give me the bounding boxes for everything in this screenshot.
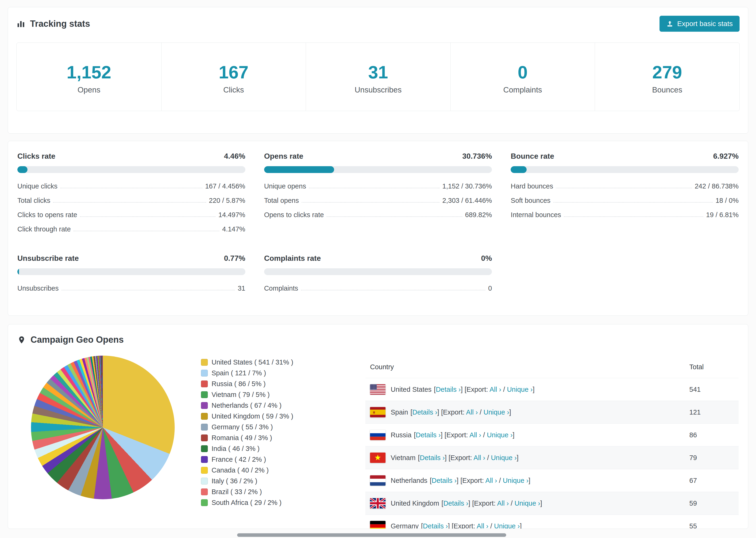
legend-item-south-africa: South Africa ( 29 / 2% ) xyxy=(201,499,351,507)
dotted-leader xyxy=(62,290,235,290)
details-link[interactable]: Details › xyxy=(420,454,445,461)
country-total: 121 xyxy=(685,401,739,424)
geo-table-row-united-kingdom: United Kingdom[Details ›] [Export: All ›… xyxy=(365,492,739,515)
export-all-link[interactable]: All › xyxy=(473,454,485,461)
dotted-leader xyxy=(80,216,216,217)
rate-title: Complaints rate xyxy=(264,254,321,263)
details-link[interactable]: Details › xyxy=(416,431,441,439)
export-unique-link[interactable]: Unique › xyxy=(503,477,528,484)
rates-grid: Clicks rate4.46%Unique clicks167 / 4.456… xyxy=(17,152,739,296)
legend-label: Italy ( 36 / 2% ) xyxy=(212,477,257,485)
country-name: United Kingdom xyxy=(391,500,439,507)
details-link[interactable]: Details › xyxy=(412,408,437,416)
dotted-leader xyxy=(60,188,202,188)
metric-rows: Complaints0 xyxy=(264,281,492,296)
details-link[interactable]: Details › xyxy=(443,500,468,507)
stat-value: 31 xyxy=(308,63,448,81)
legend-swatch xyxy=(201,445,208,452)
country-name: Russia xyxy=(391,431,411,439)
legend-label: Russia ( 86 / 5% ) xyxy=(212,380,266,388)
country-links: [Details ›] [Export: All › / Unique ›] xyxy=(441,500,542,507)
export-all-link[interactable]: All › xyxy=(485,477,497,484)
legend-item-germany: Germany ( 55 / 3% ) xyxy=(201,423,351,431)
metric-value: 2,303 / 61.446% xyxy=(442,197,492,204)
column-header-country: Country xyxy=(365,355,685,378)
progress-bar-fill xyxy=(264,166,334,173)
country-name: Vietnam xyxy=(391,454,415,461)
country-links: [Details ›] [Export: All › / Unique ›] xyxy=(430,477,530,484)
stat-unsubscribes: 31Unsubscribes xyxy=(306,43,450,111)
country-total: 79 xyxy=(685,447,739,469)
metric-row: Soft bounces18 / 0% xyxy=(511,193,739,208)
metric-rows: Unique opens1,152 / 30.736%Total opens2,… xyxy=(264,179,492,222)
details-link[interactable]: Details › xyxy=(436,386,460,393)
geo-title: Campaign Geo Opens xyxy=(17,335,739,345)
export-icon xyxy=(666,20,674,27)
legend-item-united-states: United States ( 541 / 31% ) xyxy=(201,358,351,366)
export-unique-link[interactable]: Unique › xyxy=(487,431,513,439)
details-link[interactable]: Details › xyxy=(423,522,448,529)
export-unique-link[interactable]: Unique › xyxy=(483,408,509,416)
export-unique-link[interactable]: Unique › xyxy=(507,386,533,393)
legend-swatch xyxy=(201,499,208,506)
stat-label: Clicks xyxy=(164,85,303,94)
metric-label: Unsubscribes xyxy=(17,285,59,292)
legend-label: France ( 42 / 2% ) xyxy=(212,456,266,463)
stat-label: Bounces xyxy=(597,85,737,94)
rate-block-unsubscribe-rate: Unsubscribe rate0.77%Unsubscribes31 xyxy=(17,254,245,296)
dotted-leader xyxy=(564,216,703,217)
export-basic-stats-button[interactable]: Export basic stats xyxy=(660,16,739,32)
progress-bar-track xyxy=(17,166,245,173)
legend-item-india: India ( 46 / 3% ) xyxy=(201,445,351,453)
metric-row: Total clicks220 / 5.87% xyxy=(17,193,245,208)
stat-label: Opens xyxy=(19,85,159,94)
legend-item-united-kingdom: United Kingdom ( 59 / 3% ) xyxy=(201,412,351,420)
country-name: Netherlands xyxy=(391,477,427,484)
country-cell: United States[Details ›] [Export: All › … xyxy=(365,378,685,401)
legend-label: United States ( 541 / 31% ) xyxy=(212,358,293,366)
legend-label: United Kingdom ( 59 / 3% ) xyxy=(212,412,293,420)
rate-value: 4.46% xyxy=(224,152,245,161)
country-name: Germany xyxy=(391,522,419,529)
rate-title: Opens rate xyxy=(264,152,303,161)
stat-clicks: 167Clicks xyxy=(161,43,306,111)
metric-row: Internal bounces19 / 6.81% xyxy=(511,208,739,222)
export-all-link[interactable]: All › xyxy=(466,408,478,416)
metric-row: Unique clicks167 / 4.456% xyxy=(17,179,245,193)
export-all-link[interactable]: All › xyxy=(497,500,509,507)
export-all-link[interactable]: All › xyxy=(469,431,481,439)
legend-label: Germany ( 55 / 3% ) xyxy=(212,423,273,431)
flag-us-icon xyxy=(370,384,386,395)
dotted-leader xyxy=(301,290,485,290)
metric-row: Unsubscribes31 xyxy=(17,281,245,296)
rate-block-opens-rate: Opens rate30.736%Unique opens1,152 / 30.… xyxy=(264,152,492,237)
progress-bar-track xyxy=(17,268,245,275)
geo-table-wrap: Country Total United States[Details ›] [… xyxy=(365,355,739,529)
country-name: Spain xyxy=(391,408,408,416)
legend-swatch xyxy=(201,478,208,484)
export-all-link[interactable]: All › xyxy=(477,522,488,529)
rate-value: 30.736% xyxy=(462,152,492,161)
legend-item-netherlands: Netherlands ( 67 / 4% ) xyxy=(201,402,351,409)
metric-value: 4.147% xyxy=(222,225,245,233)
details-link[interactable]: Details › xyxy=(432,477,457,484)
stat-complaints: 0Complaints xyxy=(450,43,595,111)
country-total: 86 xyxy=(685,424,739,447)
progress-bar-fill xyxy=(511,166,526,173)
metric-label: Total clicks xyxy=(17,197,50,204)
tracking-stats-title-text: Tracking stats xyxy=(30,19,90,29)
stat-value: 167 xyxy=(164,63,303,81)
export-all-link[interactable]: All › xyxy=(490,386,501,393)
flag-gb-icon xyxy=(370,498,386,509)
export-unique-link[interactable]: Unique › xyxy=(494,522,520,529)
geo-table-row-spain: Spain[Details ›] [Export: All › / Unique… xyxy=(365,401,739,424)
rate-block-clicks-rate: Clicks rate4.46%Unique clicks167 / 4.456… xyxy=(17,152,245,237)
rate-value: 0% xyxy=(481,254,492,263)
export-unique-link[interactable]: Unique › xyxy=(514,500,540,507)
horizontal-scrollbar-thumb[interactable] xyxy=(237,533,506,537)
legend-label: India ( 46 / 3% ) xyxy=(212,445,260,453)
country-cell: Vietnam[Details ›] [Export: All › / Uniq… xyxy=(365,447,685,469)
legend-swatch xyxy=(201,402,208,409)
export-unique-link[interactable]: Unique › xyxy=(491,454,517,461)
legend-label: Romania ( 49 / 3% ) xyxy=(212,434,272,442)
